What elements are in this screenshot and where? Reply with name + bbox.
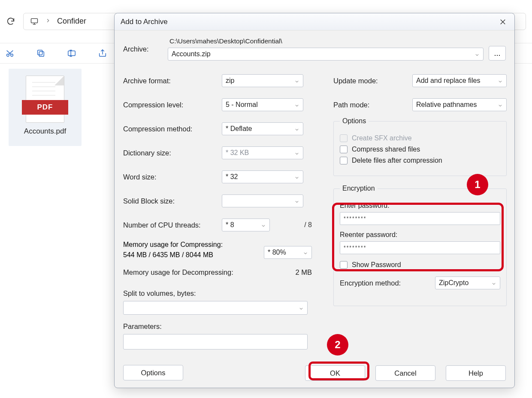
add-to-archive-dialog: Add to Archive Archive: C:\Users\mahes\D… — [114, 13, 515, 388]
reload-icon[interactable] — [6, 17, 15, 26]
shared-check-row[interactable]: Compress shared files — [340, 146, 500, 153]
chevron-down-icon — [294, 102, 299, 107]
pw1-label: Enter password: — [340, 202, 500, 210]
word-combo[interactable]: * 32 — [222, 170, 303, 183]
breadcrumb-separator — [45, 18, 51, 25]
archive-path: C:\Users\mahes\Desktop\Confidential\ — [168, 37, 484, 45]
monitor-icon — [30, 17, 39, 26]
dialog-titlebar: Add to Archive — [115, 13, 514, 30]
threads-total: / 8 — [304, 221, 312, 229]
checkbox-icon — [340, 134, 348, 142]
params-label: Parameters: — [123, 322, 312, 331]
params-input[interactable] — [123, 334, 308, 349]
archive-label: Archive: — [123, 45, 163, 53]
encmethod-combo[interactable]: ZipCrypto — [435, 276, 500, 289]
browse-button[interactable]: ... — [489, 46, 506, 61]
chevron-down-icon — [475, 52, 480, 57]
word-label: Word size: — [123, 173, 222, 181]
shared-label: Compress shared files — [352, 146, 420, 153]
dialog-button-row: OK Cancel Help — [123, 365, 506, 381]
chevron-down-icon — [498, 78, 503, 83]
split-label: Split to volumes, bytes: — [123, 289, 312, 298]
browse-label: ... — [494, 49, 500, 58]
chevron-down-icon — [294, 126, 299, 131]
showpw-check-row[interactable]: Show Password — [340, 261, 500, 269]
solid-label: Solid Block size: — [123, 197, 222, 205]
archive-name-combo[interactable]: Accounts.zip — [168, 48, 484, 61]
encryption-legend: Encryption — [340, 185, 378, 192]
archive-name-value: Accounts.zip — [172, 50, 211, 58]
dialog-title: Add to Archive — [121, 18, 168, 26]
checkbox-icon — [340, 157, 348, 164]
svg-rect-3 — [39, 52, 44, 56]
chevron-down-icon — [294, 198, 299, 204]
cancel-button[interactable]: Cancel — [375, 365, 435, 381]
update-label: Update mode: — [333, 77, 412, 85]
svg-rect-0 — [31, 18, 38, 23]
solid-combo[interactable] — [222, 194, 303, 207]
chevron-down-icon — [491, 280, 496, 286]
breadcrumb-text[interactable]: Confider — [57, 17, 86, 26]
close-button[interactable] — [497, 16, 508, 27]
mem-comp-detail: 544 MB / 6435 MB / 8044 MB — [123, 251, 259, 259]
file-caption: Accounts.pdf — [24, 127, 66, 136]
copy-icon[interactable] — [36, 49, 45, 58]
delete-check-row[interactable]: Delete files after compression — [340, 157, 500, 164]
encryption-group: Encryption Enter password: ******** Reen… — [333, 185, 507, 306]
method-combo[interactable]: * Deflate — [222, 122, 303, 135]
svg-rect-4 — [38, 50, 42, 55]
file-area: PDF Accounts.pdf — [9, 69, 94, 146]
cut-icon[interactable] — [5, 49, 15, 58]
pdf-icon: PDF — [26, 76, 64, 123]
chevron-down-icon — [303, 250, 308, 255]
svg-rect-5 — [68, 51, 76, 56]
options-legend: Options — [340, 117, 369, 125]
share-icon[interactable] — [98, 49, 107, 58]
chevron-down-icon — [299, 305, 304, 310]
rename-icon[interactable] — [67, 49, 76, 58]
mem-decomp-value: 2 MB — [295, 268, 312, 276]
checkbox-icon — [340, 146, 348, 153]
svg-point-2 — [11, 54, 13, 56]
threads-combo[interactable]: * 8 — [222, 219, 270, 231]
sfx-check-row[interactable]: Create SFX archive — [340, 134, 500, 142]
format-label: Archive format: — [123, 77, 222, 85]
pw2-label: Reenter password: — [340, 231, 500, 239]
chevron-down-icon — [261, 222, 266, 228]
mem-comp-label: Memory usage for Compressing: — [123, 241, 259, 249]
threads-label: Number of CPU threads: — [123, 221, 222, 229]
ok-button[interactable]: OK — [305, 365, 365, 381]
svg-point-1 — [7, 54, 9, 56]
mem-pct-combo[interactable]: * 80% — [264, 246, 312, 259]
path-label: Path mode: — [333, 101, 412, 109]
annotation-badge-2: 2 — [327, 334, 348, 355]
dict-label: Dictionary size: — [123, 149, 222, 157]
chevron-down-icon — [294, 174, 299, 179]
chevron-down-icon — [498, 102, 503, 107]
encmethod-label: Encryption method: — [340, 279, 401, 287]
file-tile-accounts-pdf[interactable]: PDF Accounts.pdf — [9, 69, 82, 146]
format-combo[interactable]: zip — [222, 74, 303, 87]
sfx-label: Create SFX archive — [352, 134, 412, 142]
dict-combo[interactable]: * 32 KB — [222, 146, 303, 159]
chevron-down-icon — [294, 78, 299, 83]
chevron-down-icon — [294, 150, 299, 155]
delete-label: Delete files after compression — [352, 157, 442, 164]
checkbox-icon — [340, 261, 348, 269]
archive-row: Archive: C:\Users\mahes\Desktop\Confiden… — [123, 37, 506, 61]
help-button[interactable]: Help — [446, 365, 506, 381]
annotation-badge-1: 1 — [467, 174, 488, 195]
update-combo[interactable]: Add and replace files — [412, 74, 507, 87]
password-input[interactable]: ******** — [340, 212, 500, 225]
password-confirm-input[interactable]: ******** — [340, 241, 500, 254]
method-label: Compression method: — [123, 125, 222, 133]
split-combo[interactable] — [123, 301, 308, 315]
pdf-band-label: PDF — [22, 100, 68, 115]
showpw-label: Show Password — [352, 261, 401, 269]
level-combo[interactable]: 5 - Normal — [222, 98, 303, 111]
mem-decomp-label: Memory usage for Decompressing: — [123, 268, 295, 276]
options-group: Options Create SFX archive Compress shar… — [333, 117, 507, 176]
path-combo[interactable]: Relative pathnames — [412, 98, 507, 111]
level-label: Compression level: — [123, 101, 222, 109]
